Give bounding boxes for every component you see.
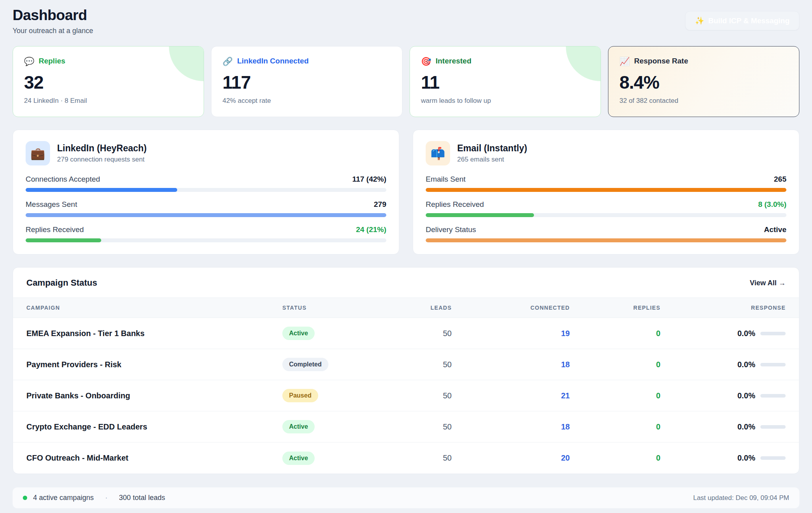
progress-bar [26,238,101,242]
response-mini-bar [760,425,786,429]
stat-label: Replies [39,57,65,65]
connected-value: 18 [452,360,570,369]
channel-heading: Email (Instantly) 265 emails sent [457,143,527,164]
progress-bar [426,238,786,242]
campaign-name: Private Banks - Onboarding [26,391,282,400]
channel-title: LinkedIn (HeyReach) [57,143,147,154]
page-subtitle: Your outreach at a glance [13,27,93,35]
replies-value: 0 [570,329,660,338]
response-mini-bar [760,363,786,366]
campaign-name: EMEA Expansion - Tier 1 Banks [26,329,282,338]
briefcase-icon: 💼 [26,141,50,165]
table-header-row: CAMPAIGN STATUS LEADS CONNECTED REPLIES … [13,297,799,318]
response-value: 0.0% [737,454,755,463]
leads-value: 50 [357,454,452,463]
stat-label: Interested [436,57,471,65]
table-row[interactable]: Payment Providers - Risk Completed 50 18… [13,349,799,380]
stat-subtext: 32 of 382 contacted [619,97,788,105]
connected-value: 18 [452,422,570,431]
response-mini-bar [760,394,786,398]
stat-value: 117 [222,72,391,93]
response-mini-bar [760,332,786,335]
leads-value: 50 [357,360,452,369]
stat-card-interested: 🎯 Interested 11 warm leads to follow up [410,46,601,117]
campaign-status-title: Campaign Status [26,278,97,288]
footer-bar: 4 active campaigns · 300 total leads Las… [13,487,799,508]
metric-connections-accepted: Connections Accepted 117 (42%) [26,175,386,192]
progress-track [26,213,386,217]
campaign-name: Crypto Exchange - EDD Leaders [26,422,282,431]
progress-bar [426,188,786,192]
progress-track [426,188,786,192]
metric-value: 24 (21%) [356,225,386,234]
column-header-connected: CONNECTED [452,305,570,311]
progress-track [26,238,386,242]
response-mini-bar [760,456,786,460]
connected-value: 20 [452,454,570,463]
stat-subtext: 42% accept rate [222,97,391,105]
column-header-replies: REPLIES [570,305,660,311]
status-badge: Active [282,327,315,340]
stat-subtext: 24 LinkedIn · 8 Email [24,97,193,105]
metric-value: 279 [374,200,386,209]
channel-card-linkedin: 💼 LinkedIn (HeyReach) 279 connection req… [13,130,399,255]
header-titles: Dashboard Your outreach at a glance [13,7,93,35]
total-leads-count: 300 total leads [119,494,165,502]
progress-bar [26,213,386,217]
table-row[interactable]: Private Banks - Onboarding Paused 50 21 … [13,380,799,411]
campaign-status-card: Campaign Status View All → CAMPAIGN STAT… [13,267,799,474]
metric-label: Replies Received [26,225,84,234]
metric-delivery-status: Delivery Status Active [426,225,786,242]
status-badge: Paused [282,389,318,402]
channel-subtitle: 279 connection requests sent [57,156,147,164]
stat-cards-row: 💬 Replies 32 24 LinkedIn · 8 Email 🔗 Lin… [13,46,799,117]
status-badge: Active [282,420,315,433]
channel-card-email: 📫 Email (Instantly) 265 emails sent Emai… [413,130,799,255]
channel-heading: LinkedIn (HeyReach) 279 connection reque… [57,143,147,164]
stat-value: 11 [421,72,590,93]
table-row[interactable]: Crypto Exchange - EDD Leaders Active 50 … [13,411,799,442]
metric-emails-sent: Emails Sent 265 [426,175,786,192]
metric-label: Connections Accepted [26,175,100,184]
status-badge: Completed [282,358,328,371]
page-title: Dashboard [13,7,93,24]
channel-cards-row: 💼 LinkedIn (HeyReach) 279 connection req… [13,130,799,255]
last-updated-timestamp: Last updated: Dec 09, 09:04 PM [693,494,789,502]
response-value: 0.0% [737,360,755,369]
status-badge: Active [282,452,315,465]
connected-value: 19 [452,329,570,338]
cta-label: Build ICP & Messaging [708,17,790,25]
column-header-status: STATUS [282,305,357,311]
stat-label: Response Rate [634,57,688,65]
stat-card-linkedin-connected: 🔗 LinkedIn Connected 117 42% accept rate [211,46,402,117]
connected-value: 21 [452,391,570,400]
leads-value: 50 [357,329,452,338]
link-icon: 🔗 [222,57,233,65]
channel-subtitle: 265 emails sent [457,156,527,164]
replies-value: 0 [570,391,660,400]
channel-title: Email (Instantly) [457,143,527,154]
table-row[interactable]: EMEA Expansion - Tier 1 Banks Active 50 … [13,318,799,349]
leads-value: 50 [357,391,452,400]
metric-value: 8 (3.0%) [758,200,786,209]
column-header-campaign: CAMPAIGN [26,305,282,311]
stat-card-response-rate: 📈 Response Rate 8.4% 32 of 382 contacted [608,46,799,117]
metric-label: Delivery Status [426,225,476,234]
metric-replies-received: Replies Received 8 (3.0%) [426,200,786,217]
page-header: Dashboard Your outreach at a glance ✨ Bu… [13,7,799,35]
column-header-leads: LEADS [357,305,452,311]
metric-value: 117 (42%) [352,175,386,184]
table-row[interactable]: CFO Outreach - Mid-Market Active 50 20 0… [13,442,799,474]
campaign-name: CFO Outreach - Mid-Market [26,454,282,463]
stat-value: 32 [24,72,193,93]
stat-value: 8.4% [619,72,788,93]
metric-replies-received: Replies Received 24 (21%) [26,225,386,242]
metric-messages-sent: Messages Sent 279 [26,200,386,217]
footer-separator: · [100,494,113,502]
chart-increasing-icon: 📈 [619,57,630,65]
response-value: 0.0% [737,422,755,431]
view-all-link[interactable]: View All → [750,279,786,287]
build-icp-messaging-button[interactable]: ✨ Build ICP & Messaging [685,11,799,30]
progress-track [26,188,386,192]
sparkles-icon: ✨ [695,16,704,25]
